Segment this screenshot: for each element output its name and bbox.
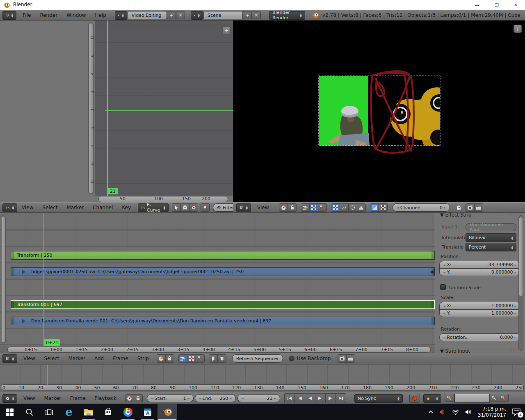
strip-fidget-movie[interactable]: fidget sppiner0001-0250.avi: C:\Users\ga… <box>11 267 435 276</box>
editor-type-sequencer-button[interactable] <box>236 203 251 212</box>
lock-icon[interactable] <box>288 203 297 212</box>
editor-type-info-button[interactable]: i <box>2 11 16 20</box>
menu-item[interactable]: Playback <box>90 395 121 401</box>
time-icon[interactable] <box>157 354 166 363</box>
view-both-toggle-icon[interactable] <box>196 354 205 363</box>
menu-item[interactable]: Strip <box>133 356 153 361</box>
time-icon[interactable] <box>125 394 134 402</box>
ghost-curves-icon[interactable] <box>180 203 189 212</box>
channel-alpha-toggle-icon[interactable] <box>379 203 388 212</box>
timeline-playhead[interactable] <box>47 365 48 384</box>
zoom-tool-icon[interactable] <box>201 203 210 212</box>
display-image-toggle-icon[interactable] <box>331 203 340 212</box>
menu-item[interactable]: Render <box>35 12 62 18</box>
camera-icon[interactable] <box>338 354 347 363</box>
render-engine-select[interactable]: Blender Render <box>269 11 305 20</box>
lock-icon[interactable] <box>134 394 143 402</box>
document-app-icon[interactable]: A <box>138 404 158 420</box>
view-preview-toggle-icon[interactable] <box>309 203 318 212</box>
display-waveform-icon[interactable] <box>340 203 349 212</box>
scale-x-field[interactable]: ◂X:1.000000▸ <box>439 302 520 310</box>
video-preview[interactable]: + <box>233 21 525 202</box>
ghost-icon[interactable] <box>454 203 463 212</box>
channel-rgb-toggle-icon[interactable] <box>370 203 379 212</box>
uniform-scale-checkbox[interactable] <box>440 284 446 290</box>
panel-drag-dots-icon[interactable]: :::: <box>509 213 516 217</box>
view-sequence-toggle-icon[interactable] <box>301 203 310 212</box>
taskbar-clock[interactable]: 7:18 p.m. 31/07/2017 <box>478 406 506 418</box>
menu-item[interactable]: Key <box>117 205 135 210</box>
strip-right-handle-icon[interactable]: ◀ <box>430 269 434 274</box>
menu-item[interactable]: Marker <box>62 205 88 210</box>
play-reverse-button[interactable] <box>305 393 315 403</box>
jump-to-end-button[interactable] <box>336 393 346 403</box>
fcurve-graph[interactable]: 21 + <box>95 21 233 196</box>
strip-transform-001-selected[interactable]: Transform.001 | 697 <box>11 300 435 309</box>
menu-item[interactable]: Channel <box>88 205 117 210</box>
timeline-track[interactable] <box>0 364 525 383</box>
panel-header-effect-strip[interactable]: ▼ Effect Strip <box>440 212 471 218</box>
close-layout-button[interactable]: ✕ <box>176 11 185 19</box>
search-icon[interactable] <box>20 404 39 420</box>
menu-item[interactable]: Marker <box>39 395 65 401</box>
menu-item[interactable]: View <box>253 205 273 210</box>
fcurve-mode-select[interactable]: F-Curve <box>138 203 169 212</box>
fcurve-curve-line[interactable] <box>105 110 233 111</box>
chrome-icon[interactable] <box>118 404 138 420</box>
insert-keyframe-icon[interactable] <box>489 394 499 402</box>
task-view-button[interactable] <box>39 404 59 420</box>
strip-transform[interactable]: Transform | 250 <box>11 251 435 260</box>
menu-item[interactable]: Select <box>39 356 64 361</box>
maximize-button[interactable]: ❐ <box>487 0 506 10</box>
sequencer-playhead[interactable] <box>43 213 44 346</box>
layout-icon-button[interactable] <box>115 11 127 20</box>
key-icon[interactable] <box>445 394 454 402</box>
cursor-tool-icon[interactable] <box>172 203 181 212</box>
scene-name-field[interactable]: Scene <box>203 11 243 19</box>
clapperboard-icon[interactable] <box>346 354 355 363</box>
action-center-icon[interactable]: 2 <box>512 408 521 416</box>
editor-type-fcurve-button[interactable] <box>2 203 17 212</box>
menu-item[interactable]: Select <box>38 205 62 210</box>
view-both-toggle-icon[interactable] <box>318 203 327 212</box>
prev-keyframe-button[interactable] <box>294 393 305 403</box>
fcurve-playhead[interactable] <box>107 21 108 196</box>
lock-icon[interactable] <box>165 354 174 363</box>
menu-item[interactable]: Help <box>90 12 110 18</box>
camera-icon[interactable] <box>466 203 475 212</box>
jump-to-start-button[interactable] <box>284 393 295 403</box>
wifi-icon[interactable] <box>452 409 459 415</box>
volume-mixer-icon[interactable] <box>439 409 446 415</box>
menu-item[interactable]: Frame <box>66 395 90 401</box>
record-button[interactable] <box>409 394 420 403</box>
position-y-field[interactable]: ◂Y:0.000000▸ <box>439 269 520 276</box>
keying-set-select[interactable]: ◆ <box>423 394 441 403</box>
add-scene-button[interactable]: ＋ <box>243 11 252 19</box>
play-button[interactable] <box>315 393 326 403</box>
refresh-sequencer-button[interactable]: Refresh Sequencer <box>232 354 283 363</box>
scale-y-field[interactable]: ◂Y:1.000000▸ <box>439 310 520 317</box>
view-sequence-toggle-icon[interactable] <box>178 354 187 363</box>
close-scene-button[interactable]: ✕ <box>252 11 261 19</box>
editor-type-sequencer-button[interactable] <box>2 354 17 363</box>
menu-item[interactable]: View <box>19 395 39 401</box>
blender-taskbar-icon[interactable] <box>158 404 177 420</box>
menu-item[interactable]: Add <box>90 356 108 361</box>
frame-end-field[interactable]: ◂End: 250▸ <box>195 394 236 402</box>
menu-item[interactable]: View <box>19 356 39 361</box>
pivot-point-icon[interactable] <box>189 203 198 212</box>
editor-type-timeline-button[interactable] <box>2 394 17 403</box>
close-button[interactable]: ✕ <box>506 0 525 10</box>
view-preview-toggle-icon[interactable] <box>187 354 196 363</box>
sequencer-editor[interactable]: 76543210 Transform | 250 fidget sppiner0… <box>0 213 435 353</box>
display-histogram-icon[interactable] <box>357 203 366 212</box>
timeline-ruler[interactable]: 0102030405060708090100110120130140150160… <box>0 383 525 393</box>
file-explorer-icon[interactable] <box>79 404 98 420</box>
input1-field[interactable]: Don Ramón en Pant... <box>466 223 516 231</box>
sequencer-ruler[interactable]: 0+151+001+152+002+153+003+154+004+155+00… <box>0 346 435 353</box>
add-layout-button[interactable]: ＋ <box>167 11 176 19</box>
start-button[interactable] <box>0 404 20 420</box>
channel-slider[interactable]: ◂ Channel: 0 ▸ <box>393 203 450 212</box>
preview-properties-expand-icon[interactable]: + <box>514 25 522 33</box>
tray-chevron-icon[interactable] <box>428 410 434 414</box>
